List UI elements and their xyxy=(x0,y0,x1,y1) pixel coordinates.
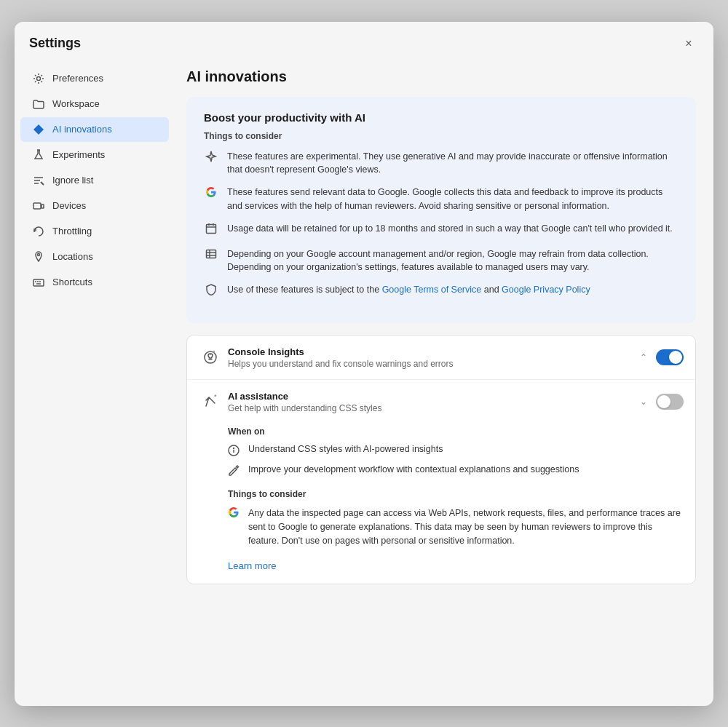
title-bar: Settings × xyxy=(15,22,713,60)
info-text-2: These features send relevant data to Goo… xyxy=(227,186,678,213)
when-on-label: When on xyxy=(228,426,684,437)
boost-info-card: Boost your productivity with AI Things t… xyxy=(186,97,696,324)
svg-point-10 xyxy=(38,253,40,255)
keyboard-icon xyxy=(32,276,45,289)
sidebar-label-preferences: Preferences xyxy=(52,73,103,84)
console-insights-name: Console Insights xyxy=(228,346,640,357)
sidebar-item-ai-innovations[interactable]: AI innovations xyxy=(20,117,169,142)
sidebar: Preferences Workspace AI innovations xyxy=(15,60,175,603)
console-insights-icon xyxy=(199,346,222,369)
ai-assist-icon xyxy=(199,390,222,413)
table-icon xyxy=(204,248,218,275)
sidebar-item-throttling[interactable]: Throttling xyxy=(20,219,169,244)
pencil-sparkle-icon xyxy=(228,465,241,479)
gear-icon xyxy=(32,72,45,85)
consider-item-1: Any data the inspected page can access v… xyxy=(228,506,684,547)
features-card: Console Insights Helps you understand an… xyxy=(186,335,696,584)
calendar-icon xyxy=(204,223,218,239)
sidebar-item-ignore-list[interactable]: Ignore list xyxy=(20,168,169,193)
svg-rect-7 xyxy=(41,204,44,208)
privacy-link[interactable]: Google Privacy Policy xyxy=(502,285,590,295)
chevron-down-icon: ⌃ xyxy=(640,352,647,362)
ai-assistance-desc: Get help with understanding CSS styles xyxy=(228,403,640,413)
svg-rect-6 xyxy=(33,203,41,209)
ai-assistance-info: AI assistance Get help with understandin… xyxy=(228,391,640,413)
flask-icon xyxy=(32,148,45,162)
page-title: AI innovations xyxy=(186,65,696,85)
console-insights-toggle[interactable] xyxy=(656,349,684,365)
devices-icon xyxy=(32,199,45,212)
settings-window: Settings × Preferences xyxy=(15,22,713,706)
ai-assistance-expanded: When on Understand CSS styles with AI-po… xyxy=(187,424,695,584)
sidebar-label-throttling: Throttling xyxy=(52,226,92,237)
sidebar-label-locations: Locations xyxy=(52,251,93,262)
shield-icon xyxy=(204,284,218,300)
when-on-item-1: Understand CSS styles with AI-powered in… xyxy=(228,444,684,458)
info-text-1: These features are experimental. They us… xyxy=(227,150,678,178)
sidebar-item-workspace[interactable]: Workspace xyxy=(20,92,169,116)
chevron-up-icon: ⌄ xyxy=(640,397,647,407)
boost-card-title: Boost your productivity with AI xyxy=(204,111,678,124)
sidebar-item-preferences[interactable]: Preferences xyxy=(20,66,169,91)
throttle-icon xyxy=(32,225,45,238)
svg-rect-20 xyxy=(207,250,216,258)
sidebar-item-devices[interactable]: Devices xyxy=(20,194,169,218)
svg-line-5 xyxy=(41,182,44,185)
info-text-3: Usage data will be retained for up to 18… xyxy=(227,222,673,239)
info-text-4: Depending on your Google account managem… xyxy=(227,247,678,275)
ignore-icon xyxy=(32,174,45,187)
info-item-3: Usage data will be retained for up to 18… xyxy=(204,222,678,239)
main-content: AI innovations Boost your productivity w… xyxy=(175,60,713,603)
diamond-icon xyxy=(32,123,45,136)
info-circle-icon xyxy=(228,445,241,458)
sidebar-label-devices: Devices xyxy=(52,200,86,211)
sidebar-label-ignore-list: Ignore list xyxy=(52,175,93,186)
learn-more-link[interactable]: Learn more xyxy=(228,560,276,571)
when-on-text-1: Understand CSS styles with AI-powered in… xyxy=(248,444,443,454)
ai-assistance-toggle[interactable] xyxy=(656,394,684,410)
consider-text-1: Any data the inspected page can access v… xyxy=(248,506,684,547)
tos-link[interactable]: Google Terms of Service xyxy=(382,285,482,295)
when-on-item-2: Improve your development workflow with c… xyxy=(228,464,684,479)
ai-assistance-row: AI assistance Get help with understandin… xyxy=(187,380,695,424)
info-item-1: These features are experimental. They us… xyxy=(204,150,678,178)
window-title: Settings xyxy=(29,36,81,51)
sparkle-icon xyxy=(204,151,218,178)
sidebar-item-shortcuts[interactable]: Shortcuts xyxy=(20,270,169,295)
close-button[interactable]: × xyxy=(678,33,699,54)
svg-rect-16 xyxy=(207,224,216,233)
when-on-text-2: Improve your development workflow with c… xyxy=(248,464,579,474)
svg-marker-1 xyxy=(33,124,44,135)
info-item-4: Depending on your Google account managem… xyxy=(204,247,678,275)
info-item-2: These features send relevant data to Goo… xyxy=(204,186,678,213)
google-g-consider-icon xyxy=(228,506,241,547)
info-text-5: Use of these features is subject to the … xyxy=(227,283,590,300)
svg-rect-11 xyxy=(33,279,44,286)
sidebar-item-experiments[interactable]: Experiments xyxy=(20,143,169,167)
sidebar-item-locations[interactable]: Locations xyxy=(20,245,169,269)
google-g-icon xyxy=(204,186,218,213)
console-insights-desc: Helps you understand and fix console war… xyxy=(228,359,640,369)
sidebar-label-workspace: Workspace xyxy=(52,98,100,109)
consider-label: Things to consider xyxy=(228,489,684,499)
sidebar-label-shortcuts: Shortcuts xyxy=(52,277,92,287)
svg-point-27 xyxy=(234,448,234,449)
ai-assistance-name: AI assistance xyxy=(228,391,640,402)
folder-icon xyxy=(32,98,45,111)
things-to-consider-label: Things to consider xyxy=(204,131,678,141)
pin-icon xyxy=(32,250,45,263)
content-area: Preferences Workspace AI innovations xyxy=(15,60,713,603)
sidebar-label-ai-innovations: AI innovations xyxy=(52,124,112,135)
info-item-5: Use of these features is subject to the … xyxy=(204,283,678,300)
console-insights-info: Console Insights Helps you understand an… xyxy=(228,346,640,369)
console-insights-row: Console Insights Helps you understand an… xyxy=(187,335,695,380)
sidebar-label-experiments: Experiments xyxy=(52,149,105,160)
svg-point-0 xyxy=(37,76,41,80)
